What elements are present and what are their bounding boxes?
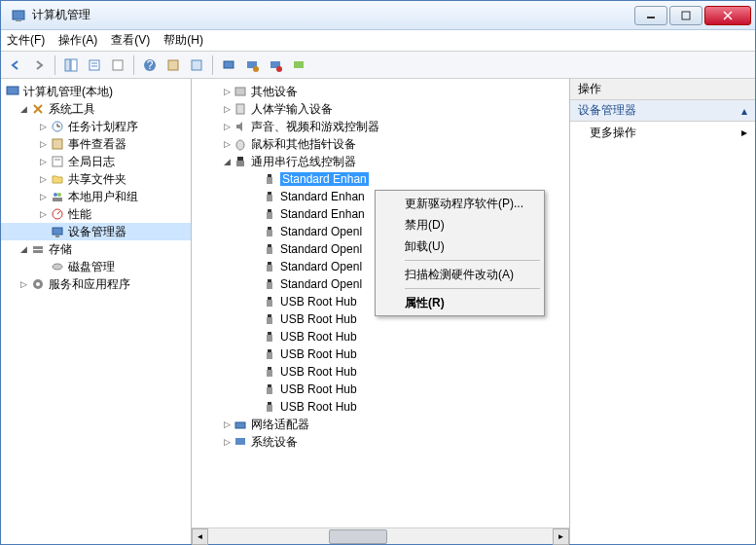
ctx-uninstall[interactable]: 卸载(U) [378, 236, 542, 257]
category-label: 通用串行总线控制器 [251, 154, 356, 170]
svg-rect-16 [224, 61, 234, 68]
tree-event-viewer[interactable]: ▷ 事件查看器 [1, 135, 191, 153]
ctx-update-driver[interactable]: 更新驱动程序软件(P)... [378, 193, 542, 214]
expand-arrow-icon[interactable]: ▷ [40, 122, 50, 131]
usb-device-item[interactable]: USB Root Hub [192, 345, 569, 363]
properties-button[interactable] [84, 54, 105, 76]
device-label: USB Root Hub [280, 347, 357, 361]
svg-rect-73 [267, 405, 272, 412]
tree-root[interactable]: 计算机管理(本地) [1, 83, 191, 100]
scroll-thumb[interactable] [329, 529, 387, 544]
collapse-arrow-icon: ▴ [741, 104, 747, 118]
menu-separator [405, 260, 540, 261]
expand-arrow-icon[interactable]: ▷ [40, 192, 50, 201]
toolbar-button[interactable] [186, 54, 207, 76]
usb-plug-icon [262, 346, 277, 362]
tree-services[interactable]: ▷ 服务和应用程序 [1, 275, 191, 293]
collapse-arrow-icon[interactable]: ◢ [20, 244, 30, 254]
log-icon [50, 154, 65, 169]
device-label: USB Root Hub [280, 295, 357, 309]
ctx-scan-hardware[interactable]: 扫描检测硬件改动(A) [378, 264, 542, 285]
forward-button[interactable] [28, 54, 50, 76]
device-label: Standard Enhan [280, 207, 365, 221]
usb-device-item[interactable]: Standard Enhan [192, 170, 569, 188]
uninstall-button[interactable] [265, 54, 286, 76]
storage-icon [30, 241, 46, 257]
tree-disk-mgmt[interactable]: 磁盘管理 [1, 258, 191, 275]
svg-line-33 [57, 211, 60, 214]
device-label: USB Root Hub [280, 330, 357, 344]
actions-section[interactable]: 设备管理器 ▴ [570, 100, 755, 122]
tree-storage[interactable]: ◢ 存储 [1, 240, 191, 258]
expand-arrow-icon[interactable]: ▷ [20, 279, 30, 289]
usb-device-item[interactable]: USB Root Hub [192, 328, 569, 345]
tree-performance[interactable]: ▷ 性能 [1, 205, 191, 223]
device-label: Standard Openl [280, 225, 362, 238]
tree-task-scheduler[interactable]: ▷ 任务计划程序 [1, 118, 191, 135]
usb-device-item[interactable]: USB Root Hub [192, 398, 569, 416]
minimize-button[interactable] [634, 6, 667, 25]
expand-arrow-icon[interactable]: ▷ [221, 87, 233, 96]
expand-arrow-icon[interactable]: ▷ [221, 104, 233, 114]
update-button[interactable] [241, 54, 263, 76]
tools-icon [30, 101, 46, 117]
ctx-properties[interactable]: 属性(R) [378, 292, 542, 313]
menu-action[interactable]: 操作(A) [58, 32, 97, 49]
svg-rect-22 [7, 87, 18, 94]
svg-rect-52 [268, 227, 271, 230]
svg-rect-27 [53, 157, 62, 166]
collapse-arrow-icon[interactable]: ◢ [20, 104, 30, 114]
menu-help[interactable]: 帮助(H) [163, 32, 203, 49]
expand-arrow-icon[interactable]: ▷ [221, 122, 233, 131]
tree-label: 服务和应用程序 [49, 276, 130, 293]
device-category-usb[interactable]: ◢通用串行总线控制器 [192, 153, 569, 170]
menu-separator [405, 288, 540, 289]
tree-device-manager[interactable]: 设备管理器 [1, 223, 191, 240]
scroll-right-button[interactable]: ► [553, 528, 569, 545]
svg-rect-7 [71, 59, 77, 71]
svg-rect-31 [53, 198, 62, 201]
device-category[interactable]: ▷系统设备 [192, 433, 569, 451]
scan-button[interactable] [218, 54, 239, 76]
tree-shared-folders[interactable]: ▷ 共享文件夹 [1, 170, 191, 188]
category-label: 网络适配器 [251, 417, 309, 433]
services-icon [30, 276, 46, 292]
device-category[interactable]: ▷人体学输入设备 [192, 100, 569, 118]
tree-system-tools[interactable]: ◢ 系统工具 [1, 100, 191, 118]
expand-arrow-icon[interactable]: ▷ [221, 139, 233, 149]
close-button[interactable] [704, 6, 751, 25]
svg-rect-61 [267, 300, 272, 307]
device-category[interactable]: ▷网络适配器 [192, 416, 569, 433]
help-button[interactable]: ? [139, 54, 161, 76]
toolbar-button[interactable] [162, 54, 184, 76]
device-category[interactable]: ▷其他设备 [192, 83, 569, 100]
export-button[interactable] [107, 54, 128, 76]
svg-rect-34 [53, 228, 62, 235]
collapse-arrow-icon[interactable]: ◢ [221, 157, 233, 166]
expand-arrow-icon[interactable]: ▷ [40, 157, 50, 166]
usb-device-item[interactable]: USB Root Hub [192, 363, 569, 381]
device-category[interactable]: ▷声音、视频和游戏控制器 [192, 118, 569, 135]
device-category[interactable]: ▷鼠标和其他指针设备 [192, 135, 569, 153]
expand-arrow-icon[interactable]: ▷ [40, 209, 50, 219]
menu-view[interactable]: 查看(V) [111, 32, 150, 49]
toolbar-button[interactable] [288, 54, 309, 76]
left-tree-pane[interactable]: 计算机管理(本地) ◢ 系统工具 ▷ 任务计划程序 ▷ 事件查看器 ▷ 全局日志 [1, 79, 192, 544]
usb-device-item[interactable]: USB Root Hub [192, 381, 569, 398]
expand-arrow-icon[interactable]: ▷ [221, 419, 233, 429]
expand-arrow-icon[interactable]: ▷ [40, 139, 50, 149]
tree-local-users[interactable]: ▷ 本地用户和组 [1, 188, 191, 205]
tree-view-button[interactable] [60, 54, 82, 76]
back-button[interactable] [5, 54, 26, 76]
more-actions[interactable]: 更多操作 ▸ [570, 122, 755, 143]
scroll-track[interactable] [208, 528, 553, 545]
ctx-disable[interactable]: 禁用(D) [378, 214, 542, 236]
expand-arrow-icon[interactable]: ▷ [221, 437, 233, 447]
svg-point-29 [54, 193, 57, 197]
maximize-button[interactable] [669, 6, 702, 25]
menu-file[interactable]: 文件(F) [7, 32, 45, 49]
tree-global-log[interactable]: ▷ 全局日志 [1, 153, 191, 170]
scroll-left-button[interactable]: ◄ [192, 528, 208, 545]
expand-arrow-icon[interactable]: ▷ [40, 174, 50, 184]
horizontal-scrollbar[interactable]: ◄ ► [192, 527, 569, 544]
